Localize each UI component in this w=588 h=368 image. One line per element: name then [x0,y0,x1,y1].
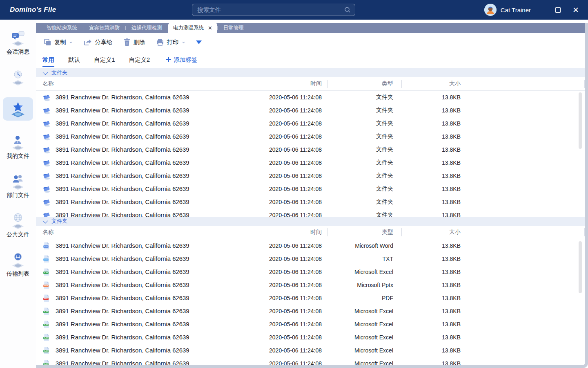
file-type-cell: Microsoft Excel [328,360,402,365]
table-row[interactable]: XLSX3891 Ranchview Dr. Richardson, Calif… [36,265,585,278]
svg-text:XLSX: XLSX [44,324,48,326]
file-time-cell: 2020-05-06 11:24:08 [246,334,328,341]
vertical-scrollbar[interactable] [579,241,582,293]
table-row[interactable]: PPTX3891 Ranchview Dr. Richardson, Calif… [36,278,585,292]
table-row[interactable]: TXT3891 Ranchview Dr. Richardson, Califo… [36,252,585,265]
tab-item-active[interactable]: 电力测温系统 ✕ [168,23,217,33]
tab-close-icon[interactable]: ✕ [208,25,212,31]
copy-button[interactable]: 复制 [43,38,73,46]
column-header-filler [467,77,585,90]
titlebar: Domino's File Cat Trainer ✕ [0,0,588,20]
column-header-time: 时间 [246,226,328,239]
search-input[interactable] [197,7,344,13]
file-time-cell: 2020-05-06 11:24:08 [246,94,328,101]
sidebar-item-chat-messages[interactable]: 会话消息 [3,26,33,58]
close-button[interactable]: ✕ [567,0,585,20]
table-row[interactable]: 3891 Ranchview Dr. Richardson, Californi… [36,209,585,217]
star-icon [9,100,27,118]
svg-text:XLSX: XLSX [44,363,48,365]
section-header-folders-2[interactable]: 文件夹 [36,217,585,226]
table-row[interactable]: 3891 Ranchview Dr. Richardson, Californi… [36,169,585,182]
file-size-cell: 13.8KB [402,159,467,166]
tab-label: 电力测温系统 [173,25,204,31]
svg-text:XLSX: XLSX [44,350,48,352]
file-name-cell: PPTX3891 Ranchview Dr. Richardson, Calif… [36,281,246,289]
table-row[interactable]: XLSX3891 Ranchview Dr. Richardson, Calif… [36,318,585,331]
table-row[interactable]: 3891 Ranchview Dr. Richardson, Californi… [36,130,585,143]
table-row[interactable]: 3891 Ranchview Dr. Richardson, Californi… [36,182,585,195]
xlsx-file-icon: XLSX [42,333,51,341]
tag-tab-custom1[interactable]: 自定义1 [94,52,115,68]
file-type-cell: Microsoft Pptx [328,282,402,288]
file-size-cell: 13.8KB [402,120,467,127]
docx-file-icon: DOCX [42,242,51,250]
chevron-down-icon [69,40,73,44]
file-name-cell: 3891 Ranchview Dr. Richardson, Californi… [36,159,246,167]
tag-tab-default[interactable]: 默认 [68,52,80,68]
sidebar-item-starred[interactable] [3,97,33,121]
table-row[interactable]: DOCX3891 Ranchview Dr. Richardson, Calif… [36,239,585,252]
table-row[interactable]: XLSX3891 Ranchview Dr. Richardson, Calif… [36,344,585,357]
file-name-cell: XLSX3891 Ranchview Dr. Richardson, Calif… [36,307,246,315]
minimize-button[interactable] [531,0,549,20]
search-box[interactable] [192,4,355,16]
print-button[interactable]: 打印 [156,38,185,46]
tag-tab-common[interactable]: 常用 [42,52,54,68]
sidebar-item-dept-files[interactable]: 部门文件 [3,170,33,202]
toolbar: 复制 分享给 删除 [36,33,585,52]
tag-tab-custom2[interactable]: 自定义2 [129,52,150,68]
column-header-size: 大小 [402,226,467,239]
sidebar-item-label: 部门文件 [7,192,29,199]
table-row[interactable]: XLSX3891 Ranchview Dr. Richardson, Calif… [36,357,585,365]
avatar[interactable] [484,4,497,16]
table-row[interactable]: 3891 Ranchview Dr. Richardson, Californi… [36,91,585,104]
share-button[interactable]: 分享给 [83,38,113,46]
user-name[interactable]: Cat Trainer [501,7,531,13]
sidebar-item-recent-files[interactable] [3,65,33,90]
delete-button[interactable]: 删除 [123,38,145,46]
table-row[interactable]: PDF3891 Ranchview Dr. Richardson, Califo… [36,292,585,305]
file-name: 3891 Ranchview Dr. Richardson, Californi… [56,120,189,127]
vertical-scrollbar[interactable] [579,92,582,149]
xlsx-file-icon: XLSX [42,307,51,315]
minimize-icon [537,10,543,10]
file-name: 3891 Ranchview Dr. Richardson, Californi… [56,308,189,314]
folder-file-icon [42,132,51,141]
table-row[interactable]: 3891 Ranchview Dr. Richardson, Californi… [36,104,585,117]
tab-item[interactable]: 宜宾智慧消防 [83,23,125,33]
file-size-cell: 13.8KB [402,269,467,275]
table-row[interactable]: XLSX3891 Ranchview Dr. Richardson, Calif… [36,305,585,318]
file-name-cell: 3891 Ranchview Dr. Richardson, Californi… [36,172,246,180]
more-actions-caret-icon[interactable] [196,40,202,44]
person-icon [9,133,27,151]
plus-icon [166,57,171,62]
table-row[interactable]: 3891 Ranchview Dr. Richardson, Californi… [36,156,585,169]
table-row[interactable]: 3891 Ranchview Dr. Richardson, Californi… [36,195,585,209]
search-icon[interactable] [344,7,351,13]
tab-item[interactable]: 智能站房系统 [41,23,83,33]
tab-label: 日常管理 [223,25,244,31]
file-time-cell: 2020-05-06 11:24:08 [246,199,328,205]
file-type-cell: Microsoft Word [328,242,402,249]
file-name-cell: TXT3891 Ranchview Dr. Richardson, Califo… [36,255,246,263]
file-time-cell: 2020-05-06 11:24:08 [246,120,328,127]
folder-file-icon [42,106,51,114]
file-time-cell: 2020-05-06 11:24:08 [246,256,328,262]
sidebar-item-label: 公共文件 [7,231,29,238]
tab-item[interactable]: 边缘代理检测 [126,23,168,33]
sidebar-item-public-files[interactable]: 公共文件 [3,209,33,241]
section-header-folders-1[interactable]: 文件夹 [36,68,585,77]
file-size-cell: 13.8KB [402,347,467,354]
file-type-cell: 文件夹 [328,211,402,217]
file-type-cell: 文件夹 [328,146,402,153]
txt-file-icon: TXT [42,255,51,263]
table-row[interactable]: 3891 Ranchview Dr. Richardson, Californi… [36,117,585,130]
sidebar-item-my-files[interactable]: 我的文件 [3,130,33,162]
sidebar-item-transfer-list[interactable]: 传输列表 [3,248,33,280]
table-row[interactable]: 3891 Ranchview Dr. Richardson, Californi… [36,143,585,156]
tab-item[interactable]: 日常管理 [218,23,249,33]
add-tag-button[interactable]: 添加标签 [166,56,197,64]
table-row[interactable]: XLSX3891 Ranchview Dr. Richardson, Calif… [36,331,585,344]
file-time-cell: 2020-05-06 11:24:08 [246,321,328,328]
maximize-button[interactable] [549,0,567,20]
